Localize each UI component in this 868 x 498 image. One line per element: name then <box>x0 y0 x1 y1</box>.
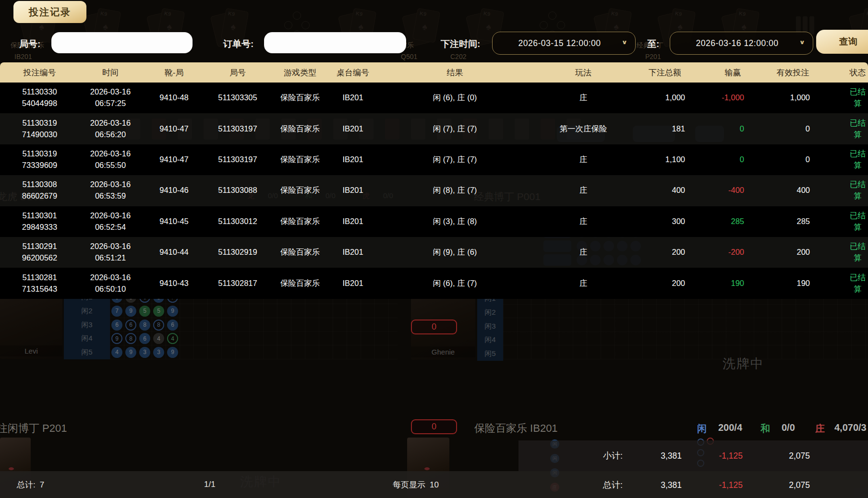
cell-bet-total: 200 <box>631 237 689 268</box>
cell-win-loss: 285 <box>689 206 748 237</box>
road-row-label: 闲2 <box>477 306 503 320</box>
to-label: 至: <box>647 38 659 50</box>
cell-win-loss: 0 <box>689 113 748 144</box>
cell-time: 2026-03-16 06:50:10 <box>79 268 142 298</box>
player-stat-label: 闲 <box>697 422 707 435</box>
bet-time-to-select[interactable]: 2026-03-16 12:00:00 ∨ <box>670 32 813 55</box>
road-result-dot: 9 <box>111 333 122 344</box>
cell-play: 庄 <box>535 144 631 175</box>
cell-play: 第一次庄保险 <box>535 113 631 144</box>
cell-time: 2026-03-16 06:52:54 <box>79 206 142 237</box>
road-result-dot: 7 <box>111 306 122 317</box>
cell-game-type: 保险百家乐 <box>269 113 331 144</box>
bet-time-from-select[interactable]: 2026-03-15 12:00:00 ∨ <box>492 32 636 55</box>
banker-stat-value: 4,070/3 <box>834 422 867 433</box>
cell-game-type: 保险百家乐 <box>269 268 331 298</box>
cell-result: 闲 (6), 庄 (0) <box>374 83 535 113</box>
cell-bet-id: 51130319 71490030 <box>0 113 79 144</box>
table-row: 51130301 298493332026-03-16 06:52:549410… <box>0 206 868 237</box>
cell-result: 闲 (3), 庄 (8) <box>374 206 535 237</box>
per-page-selector[interactable]: 每页显示10 <box>393 479 439 490</box>
cell-bet-total: 1,100 <box>631 144 689 175</box>
cell-status: 已结算 <box>814 175 868 206</box>
cell-time: 2026-03-16 06:55:50 <box>79 144 142 175</box>
table-row: 51130319 733396092026-03-16 06:55:509410… <box>0 144 868 175</box>
cell-shoe-round: 9410-45 <box>142 206 206 237</box>
cell-table-no: IB201 <box>331 268 374 298</box>
cell-win-loss: -1,000 <box>689 83 748 113</box>
banker-stat-label: 庄 <box>815 422 825 435</box>
game-no-input[interactable] <box>51 32 193 53</box>
cell-shoe-round: 9410-48 <box>142 83 206 113</box>
road-result-dot: 6 <box>139 333 150 344</box>
table-row: 51130281 713156432026-03-16 06:50:109410… <box>0 268 868 298</box>
road-row-label: 闲5 <box>64 345 110 359</box>
cell-game-no: 511303305 <box>206 83 269 113</box>
road-result-dot: 4 <box>167 333 178 344</box>
cell-table-no: IB201 <box>331 206 374 237</box>
column-header-table-no: 桌台编号 <box>331 62 374 83</box>
query-button[interactable]: 查询 <box>816 30 868 54</box>
road-row-label: 闲3 <box>64 318 110 332</box>
total-valid-bet: 2,075 <box>789 480 810 490</box>
cell-game-no: 511302919 <box>206 237 269 268</box>
column-header-game-no: 局号 <box>206 62 269 83</box>
page-indicator: 1/1 <box>204 480 216 489</box>
cell-valid-bet: 0 <box>748 144 814 175</box>
bet-time-from-value: 2026-03-15 12:00:00 <box>518 38 601 48</box>
subtotal-bet-total: 3,381 <box>661 451 682 461</box>
cell-time: 2026-03-16 06:57:25 <box>79 83 142 113</box>
road-result-dot: 9 <box>167 306 178 317</box>
cell-bet-total: 300 <box>631 206 689 237</box>
cell-status: 已结算 <box>814 113 868 144</box>
road-result-dot: 4 <box>111 347 122 358</box>
column-header-game-type: 游戏类型 <box>269 62 331 83</box>
cell-play: 庄 <box>535 237 631 268</box>
column-header-valid-bet: 有效投注 <box>748 62 814 83</box>
cell-bet-total: 181 <box>631 113 689 144</box>
cell-table-no: IB201 <box>331 175 374 206</box>
tab-betting-records[interactable]: 投注记录 <box>13 1 86 23</box>
player-stat-value: 200/4 <box>718 422 742 433</box>
road-row-label: 闲4 <box>64 332 110 345</box>
cell-shoe-round: 9410-47 <box>142 113 206 144</box>
cell-game-type: 保险百家乐 <box>269 237 331 268</box>
cell-result: 闲 (8), 庄 (7) <box>374 175 535 206</box>
cell-bet-id: 51130281 71315643 <box>0 268 79 298</box>
dealer-name: Ghenie <box>411 346 475 357</box>
cell-time: 2026-03-16 06:56:20 <box>79 113 142 144</box>
cell-game-type: 保险百家乐 <box>269 175 331 206</box>
chevron-down-icon: ∨ <box>622 39 627 46</box>
column-header-bet-total: 下注总额 <box>631 62 689 83</box>
road-result-dot: 6 <box>167 320 178 331</box>
cell-play: 庄 <box>535 206 631 237</box>
cell-game-type: 保险百家乐 <box>269 83 331 113</box>
road-result-dot: 4 <box>153 333 164 344</box>
cell-game-type: 保险百家乐 <box>269 206 331 237</box>
column-header-win-loss: 输赢 <box>689 62 748 83</box>
column-header-shoe-round: 靴-局 <box>142 62 206 83</box>
dealer-name: Levi <box>0 345 62 356</box>
order-no-input[interactable] <box>264 32 406 53</box>
road-result-dot: 6 <box>125 320 136 331</box>
cell-shoe-round: 9410-46 <box>142 175 206 206</box>
cell-bet-id: 51130319 73339609 <box>0 144 79 175</box>
cell-valid-bet: 0 <box>748 113 814 144</box>
road-result-dot: 8 <box>153 320 164 331</box>
chevron-down-icon: ∨ <box>799 39 805 46</box>
cell-valid-bet: 200 <box>748 237 814 268</box>
cell-result: 闲 (7), 庄 (7) <box>374 113 535 144</box>
road-result-dot: 3 <box>153 347 164 358</box>
cell-table-no: IB201 <box>331 83 374 113</box>
cell-bet-total: 400 <box>631 175 689 206</box>
road-result-dot: 9 <box>125 347 136 358</box>
cell-valid-bet: 400 <box>748 175 814 206</box>
order-no-label: 订单号: <box>223 38 253 50</box>
bet-time-label: 下注时间: <box>441 38 480 50</box>
column-header-bet-id: 投注编号 <box>0 62 79 83</box>
total-label: 总计: <box>603 479 623 491</box>
tie-stat-value: 0/0 <box>782 422 795 433</box>
cell-status: 已结算 <box>814 206 868 237</box>
cell-valid-bet: 1,000 <box>748 83 814 113</box>
cell-play: 庄 <box>535 83 631 113</box>
